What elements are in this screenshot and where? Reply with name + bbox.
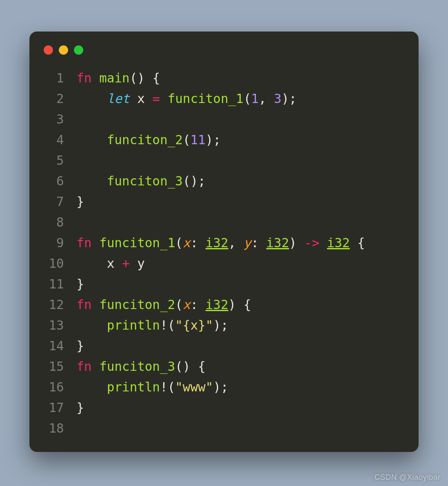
code-token: funciton_3 xyxy=(99,359,175,374)
code-token xyxy=(92,71,99,85)
code-token: ) xyxy=(282,91,289,106)
code-token: ; xyxy=(213,132,221,147)
code-content[interactable]: funciton_3(); xyxy=(64,171,206,191)
code-line[interactable]: 5 xyxy=(41,150,419,171)
code-token: = xyxy=(153,91,160,106)
code-token: main xyxy=(99,71,129,85)
code-token: ) xyxy=(213,318,221,333)
code-token xyxy=(76,91,107,106)
code-token: println xyxy=(107,318,160,333)
code-line[interactable]: 4 funciton_2(11); xyxy=(41,129,419,150)
code-token xyxy=(92,359,99,374)
code-line[interactable]: 6 funciton_3(); xyxy=(41,171,419,191)
code-line[interactable]: 8 xyxy=(41,212,419,232)
line-number: 7 xyxy=(41,191,64,212)
code-token: println xyxy=(107,380,160,394)
code-token: i32 xyxy=(266,235,289,250)
code-token: } xyxy=(76,400,84,415)
code-token xyxy=(297,235,304,250)
code-line[interactable]: 16 println!("www"); xyxy=(41,377,419,397)
code-content[interactable]: } xyxy=(64,335,84,356)
line-number: 11 xyxy=(41,274,64,294)
code-token: { xyxy=(243,297,251,312)
code-content[interactable] xyxy=(64,150,76,171)
code-window: 1fn main() {2 let x = funciton_1(1, 3);3… xyxy=(29,32,419,452)
code-line[interactable]: 2 let x = funciton_1(1, 3); xyxy=(41,88,419,109)
code-line[interactable]: 11} xyxy=(41,274,419,294)
code-content[interactable]: println!("www"); xyxy=(64,377,228,397)
line-number: 12 xyxy=(41,294,64,315)
line-number: 2 xyxy=(41,88,64,109)
code-content[interactable] xyxy=(64,212,76,232)
code-line[interactable]: 9fn funciton_1(x: i32, y: i32) -> i32 { xyxy=(41,232,419,253)
code-content[interactable]: } xyxy=(64,191,84,212)
code-token: ) xyxy=(213,380,221,394)
code-line[interactable]: 17} xyxy=(41,397,419,418)
code-token: () xyxy=(129,71,145,85)
code-content[interactable]: println!("{x}"); xyxy=(64,315,228,335)
code-token: funciton_3 xyxy=(107,174,183,188)
code-token: } xyxy=(76,338,84,353)
code-token: i32 xyxy=(206,235,228,250)
code-line[interactable]: 18 xyxy=(41,418,419,438)
code-token: funciton_2 xyxy=(107,132,183,147)
line-number: 13 xyxy=(41,315,64,335)
code-content[interactable]: } xyxy=(64,397,84,418)
code-content[interactable] xyxy=(64,109,76,129)
line-number: 5 xyxy=(41,150,64,171)
code-content[interactable]: fn funciton_3() { xyxy=(64,356,206,377)
code-token: , xyxy=(228,235,243,250)
code-content[interactable]: fn funciton_2(x: i32) { xyxy=(64,294,251,315)
code-token xyxy=(92,297,99,312)
code-token: ! xyxy=(160,318,168,333)
code-content[interactable]: let x = funciton_1(1, 3); xyxy=(64,88,297,109)
code-token: ( xyxy=(168,318,175,333)
code-token: funciton_1 xyxy=(168,91,244,106)
code-token: () xyxy=(175,359,190,374)
code-content[interactable]: fn funciton_1(x: i32, y: i32) -> i32 { xyxy=(64,232,365,253)
line-number: 16 xyxy=(41,377,64,397)
code-token xyxy=(145,71,153,85)
code-line[interactable]: 10 x + y xyxy=(41,253,419,274)
close-icon[interactable] xyxy=(44,45,53,55)
code-content[interactable]: fn main() { xyxy=(64,68,160,88)
code-token: funciton_2 xyxy=(99,297,175,312)
zoom-icon[interactable] xyxy=(74,45,83,55)
line-number: 10 xyxy=(41,253,64,274)
code-token xyxy=(160,91,168,106)
minimize-icon[interactable] xyxy=(59,45,68,55)
code-content[interactable]: } xyxy=(64,274,84,294)
code-token: ) xyxy=(228,297,236,312)
code-token: y xyxy=(243,235,251,250)
code-token: ; xyxy=(198,174,206,188)
code-content[interactable]: funciton_2(11); xyxy=(64,129,221,150)
code-line[interactable]: 13 println!("{x}"); xyxy=(41,315,419,335)
code-token: fn xyxy=(76,297,92,312)
code-token: x xyxy=(183,235,190,250)
code-content[interactable]: x + y xyxy=(64,253,145,274)
code-token xyxy=(236,297,243,312)
code-token xyxy=(76,174,107,188)
code-token: -> xyxy=(304,235,319,250)
code-token xyxy=(76,380,107,394)
code-token: "www" xyxy=(175,380,213,394)
code-line[interactable]: 15fn funciton_3() { xyxy=(41,356,419,377)
code-content[interactable] xyxy=(64,418,76,438)
code-token: ! xyxy=(160,380,168,394)
code-token: ) xyxy=(206,132,213,147)
code-token: y xyxy=(129,256,145,271)
code-token: i32 xyxy=(327,235,350,250)
code-line[interactable]: 1fn main() { xyxy=(41,68,419,88)
line-number: 9 xyxy=(41,232,64,253)
line-number: 18 xyxy=(41,418,64,438)
code-token: fn xyxy=(76,71,92,85)
line-number: 4 xyxy=(41,129,64,150)
code-token: } xyxy=(76,194,84,209)
code-token: : xyxy=(190,297,206,312)
code-line[interactable]: 12fn funciton_2(x: i32) { xyxy=(41,294,419,315)
code-token: + xyxy=(122,256,129,271)
code-line[interactable]: 3 xyxy=(41,109,419,129)
code-line[interactable]: 7} xyxy=(41,191,419,212)
code-line[interactable]: 14} xyxy=(41,335,419,356)
code-area[interactable]: 1fn main() {2 let x = funciton_1(1, 3);3… xyxy=(29,68,419,438)
